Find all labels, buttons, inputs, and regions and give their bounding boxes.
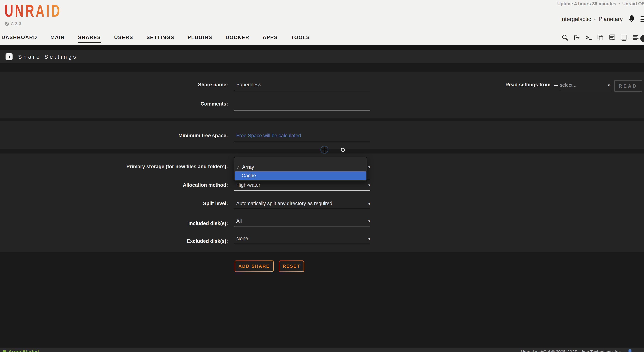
footer-bar: Array Started Unraid webGui © 2005-2025,…: [0, 348, 644, 352]
allocation-method-underline: [234, 190, 370, 191]
dropdown-option-array[interactable]: Array: [242, 164, 254, 170]
comments-label: Comments:: [0, 101, 228, 107]
check-icon: ✓: [236, 165, 240, 170]
section-identity: [0, 72, 644, 118]
read-settings-label: Read settings from: [483, 82, 550, 88]
separator-dot: •: [618, 1, 620, 6]
separator-dot: •: [594, 16, 596, 22]
read-button[interactable]: READ: [614, 80, 642, 92]
uptime-text: Uptime 4 hours 36 minutes: [557, 1, 616, 6]
feedback-chat-icon[interactable]: [608, 34, 616, 41]
footer-link-icon[interactable]: [628, 350, 632, 352]
dropdown-caret-icon: ▼: [368, 219, 371, 224]
reset-button-label: RESET: [280, 261, 304, 272]
share-name-underline: [234, 91, 370, 91]
server-name[interactable]: Intergalactic: [560, 16, 591, 22]
copy-icon[interactable]: [597, 34, 604, 41]
footer-copyright: Unraid webGui © 2005-2025, Lime Technolo…: [521, 350, 622, 352]
excluded-disks-label: Excluded disk(s):: [0, 238, 228, 244]
back-icon: ◄: [7, 55, 11, 59]
version-row: 7.2.3: [5, 21, 22, 26]
nav-plugins[interactable]: PLUGINS: [188, 35, 212, 43]
read-settings-select[interactable]: select...: [560, 82, 576, 88]
nav-dashboard[interactable]: DASHBOARD: [2, 35, 37, 43]
action-buttons: ADD SHARE RESET: [234, 260, 304, 272]
split-level-label: Split level:: [0, 201, 228, 206]
nav-main[interactable]: MAIN: [50, 35, 65, 43]
min-free-space-input[interactable]: Free Space will be calculated: [236, 133, 301, 138]
included-disks-select[interactable]: All: [236, 218, 242, 224]
log-icon[interactable]: [632, 34, 639, 41]
notifications-bell-icon[interactable]: [628, 15, 635, 24]
dropdown-caret-icon: ▼: [368, 184, 371, 188]
display-settings-icon[interactable]: [620, 34, 628, 41]
primary-storage-underline-sliver: [367, 179, 370, 179]
version-badge-icon: [5, 22, 9, 26]
share-name-input[interactable]: Paperpless: [236, 82, 261, 88]
main-nav: DASHBOARD MAIN SHARES USERS SETTINGS PLU…: [2, 35, 310, 43]
array-status: Array Started: [2, 349, 39, 352]
arrow-left-icon: ←: [553, 81, 559, 88]
server-description: Planetary: [599, 16, 623, 22]
excluded-disks-underline: [234, 244, 370, 244]
add-share-button[interactable]: ADD SHARE: [234, 260, 274, 272]
dropdown-caret-icon: ▼: [607, 84, 610, 88]
menu-hamburger-icon[interactable]: [640, 16, 644, 22]
status-dot-icon: [2, 350, 6, 352]
allocation-method-select[interactable]: High-water: [236, 182, 260, 188]
included-disks-label: Included disk(s):: [0, 221, 228, 226]
logout-icon[interactable]: [573, 34, 580, 41]
nav-tools[interactable]: TOOLS: [291, 35, 310, 43]
circle-cursor-icon: [341, 148, 345, 152]
dropdown-caret-icon: ▼: [368, 202, 371, 206]
array-status-label: Array Started: [8, 349, 39, 352]
excluded-disks-select[interactable]: None: [236, 236, 248, 242]
top-header: UNRAID 7.2.3 Uptime 4 hours 36 minutes•U…: [0, 0, 644, 45]
page-title: Share Settings: [18, 54, 78, 60]
server-line: Intergalactic • Planetary: [560, 15, 644, 24]
allocation-method-label: Allocation method:: [0, 182, 228, 188]
title-bar: ◄ Share Settings: [0, 50, 644, 63]
unraid-logo: UNRAID: [4, 1, 62, 20]
back-button[interactable]: ◄: [6, 53, 12, 60]
nav-shares[interactable]: SHARES: [78, 35, 101, 43]
search-icon[interactable]: [562, 34, 568, 41]
nav-bottom-strip: [0, 45, 644, 50]
unraid-share-settings-screen: UNRAID 7.2.3 Uptime 4 hours 36 minutes•U…: [0, 0, 644, 352]
comments-underline: [234, 110, 370, 111]
read-settings-underline: [560, 91, 611, 91]
nav-settings[interactable]: SETTINGS: [146, 35, 174, 43]
dropdown-option-cache[interactable]: Cache: [235, 172, 366, 180]
uptime-line: Uptime 4 hours 36 minutes•Unraid OS Star…: [557, 1, 644, 6]
dropdown-caret-icon: ▼: [368, 165, 371, 169]
nav-apps[interactable]: APPS: [262, 35, 278, 43]
dropdown-caret-icon: ▼: [368, 237, 371, 241]
included-disks-underline: [234, 226, 370, 227]
version-label: 7.2.3: [10, 21, 22, 26]
dropdown-option-cache-label: Cache: [242, 173, 256, 178]
min-free-space-label: Minimum free space:: [0, 133, 228, 138]
split-level-underline: [234, 209, 370, 209]
help-icon-partial[interactable]: [640, 35, 644, 42]
nav-docker[interactable]: DOCKER: [226, 35, 249, 43]
min-free-space-underline: [234, 142, 370, 142]
share-name-label: Share name:: [0, 82, 228, 88]
os-name: Unraid OS: [622, 1, 644, 6]
nav-users[interactable]: USERS: [114, 35, 133, 43]
terminal-icon[interactable]: [585, 34, 592, 41]
split-level-select[interactable]: Automatically split any directory as req…: [236, 201, 332, 206]
primary-storage-label: Primary storage (for new files and folde…: [0, 164, 228, 170]
primary-storage-open-dropdown: ✓ Array Cache: [234, 157, 367, 181]
nav-utility-icons: [562, 34, 639, 41]
reset-button[interactable]: RESET: [279, 260, 304, 272]
add-share-button-label: ADD SHARE: [235, 261, 273, 272]
